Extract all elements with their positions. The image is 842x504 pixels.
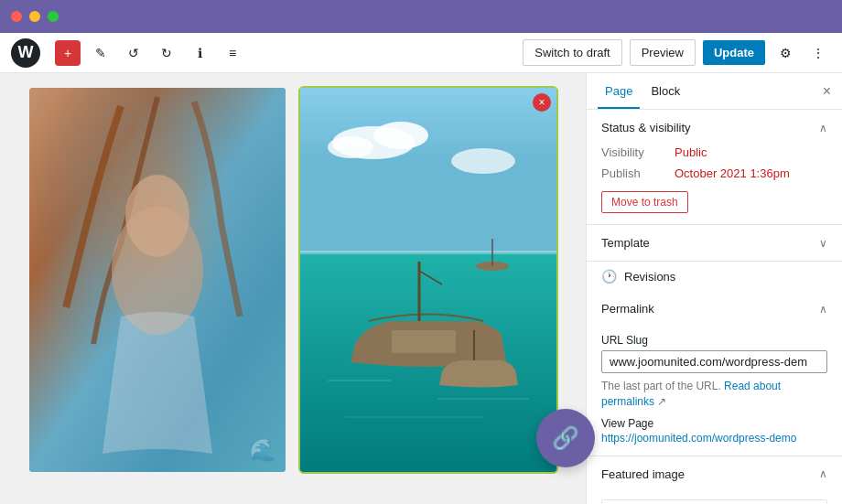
publish-row: Publish October 2021 1:36pm	[601, 166, 827, 180]
canvas-area: ×	[0, 73, 586, 504]
visibility-row: Visibility Public	[601, 145, 827, 159]
revisions-row[interactable]: 🕐 Revisions	[587, 262, 842, 291]
main-layout: × Page Block × Status & visibility ∧ Vis…	[0, 73, 842, 504]
visibility-value: Public	[675, 145, 707, 159]
svg-point-10	[451, 148, 515, 174]
update-button[interactable]: Update	[703, 40, 765, 65]
template-title: Template	[601, 236, 650, 250]
redo-button[interactable]: ↻	[154, 40, 179, 66]
image-card-1[interactable]	[29, 88, 286, 472]
add-button[interactable]: +	[55, 40, 81, 66]
more-options-button[interactable]: ⋮	[805, 40, 831, 66]
featured-image-title: Featured image	[601, 467, 685, 481]
tab-page[interactable]: Page	[598, 73, 640, 109]
svg-point-8	[373, 122, 428, 149]
set-featured-image-button[interactable]: Set featured image	[601, 499, 827, 504]
featured-image-body: Set featured image	[587, 492, 842, 504]
permalink-chevron: ∧	[819, 303, 827, 316]
svg-point-9	[328, 136, 373, 158]
image-1-placeholder	[29, 88, 286, 472]
status-visibility-header[interactable]: Status & visibility ∧	[587, 110, 842, 145]
svg-rect-15	[392, 330, 456, 353]
wp-logo: W	[11, 38, 40, 68]
permalink-help: The last part of the URL. Read about per…	[601, 379, 827, 410]
permalink-title: Permalink	[601, 302, 654, 316]
titlebar	[0, 0, 842, 33]
purple-blob-decoration: 🔗	[536, 409, 595, 467]
settings-button[interactable]: ⚙	[772, 40, 798, 66]
info-button[interactable]: ℹ	[187, 40, 212, 66]
link-icon: 🔗	[552, 425, 579, 451]
sidebar-tabs: Page Block ×	[587, 73, 842, 110]
traffic-light-yellow[interactable]	[29, 11, 40, 22]
view-page-label: View Page	[601, 417, 827, 430]
boats-image	[300, 88, 556, 472]
template-section: Template ∨	[587, 225, 842, 262]
traffic-light-green[interactable]	[48, 11, 59, 22]
url-slug-label: URL Slug	[601, 334, 827, 347]
toolbar: W + ✎ ↺ ↻ ℹ ≡ Switch to draft Preview Up…	[0, 33, 842, 73]
template-header[interactable]: Template ∨	[587, 225, 842, 261]
url-slug-input[interactable]	[601, 350, 827, 373]
image-card-2[interactable]: ×	[300, 88, 556, 472]
permalink-section: Permalink ∧ URL Slug The last part of th…	[587, 291, 842, 456]
undo-button[interactable]: ↺	[121, 40, 146, 66]
featured-image-header[interactable]: Featured image ∧	[587, 456, 842, 492]
svg-rect-4	[300, 88, 556, 271]
template-chevron: ∨	[819, 237, 827, 250]
traffic-light-red[interactable]	[11, 11, 22, 22]
underwater-image	[29, 88, 286, 472]
status-visibility-section: Status & visibility ∧ Visibility Public …	[587, 110, 842, 225]
sidebar: Page Block × Status & visibility ∧ Visib…	[586, 73, 842, 504]
permalink-body: URL Slug The last part of the URL. Read …	[587, 327, 842, 456]
switch-draft-button[interactable]: Switch to draft	[523, 39, 621, 66]
status-visibility-title: Status & visibility	[601, 121, 691, 134]
publish-label: Publish	[601, 166, 675, 180]
move-trash-button[interactable]: Move to trash	[601, 191, 688, 213]
permalink-header[interactable]: Permalink ∧	[587, 291, 842, 327]
revisions-label: Revisions	[624, 270, 675, 284]
toolbar-right: Switch to draft Preview Update ⚙ ⋮	[523, 39, 831, 66]
publish-value: October 2021 1:36pm	[675, 166, 790, 180]
visibility-label: Visibility	[601, 145, 675, 159]
sidebar-close-button[interactable]: ×	[823, 83, 831, 100]
featured-image-section: Featured image ∧ Set featured image	[587, 456, 842, 504]
revisions-icon: 🕐	[601, 269, 617, 284]
image-2-placeholder	[300, 88, 556, 472]
svg-point-3	[125, 175, 189, 257]
status-visibility-chevron: ∧	[819, 122, 827, 134]
featured-image-chevron: ∧	[819, 467, 827, 480]
view-page-link[interactable]: https://joomunited.com/wordpress-demo	[601, 432, 827, 445]
close-image-button[interactable]: ×	[533, 93, 551, 112]
preview-button[interactable]: Preview	[630, 39, 696, 66]
status-visibility-body: Visibility Public Publish October 2021 1…	[587, 145, 842, 224]
tab-block[interactable]: Block	[643, 73, 687, 109]
svg-rect-6	[300, 251, 556, 254]
pencil-button[interactable]: ✎	[88, 40, 113, 66]
list-view-button[interactable]: ≡	[220, 40, 245, 66]
